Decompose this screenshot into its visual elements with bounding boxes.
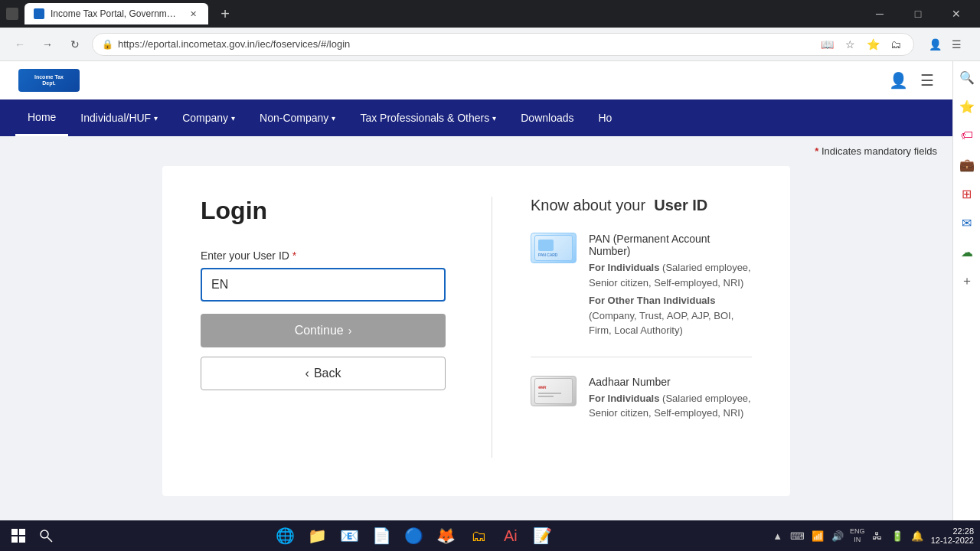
nav-non-company[interactable]: Non-Company ▾ bbox=[247, 99, 348, 136]
tab-close-button[interactable]: ✕ bbox=[187, 8, 199, 20]
back-label: Back bbox=[314, 367, 341, 380]
nav-tax-professionals[interactable]: Tax Professionals & Others ▾ bbox=[348, 99, 508, 136]
svg-rect-1 bbox=[19, 529, 25, 535]
forward-nav-button[interactable]: → bbox=[37, 34, 58, 55]
know-user-id-title: Know about your User ID bbox=[531, 197, 752, 214]
clock-time: 22:28 bbox=[931, 527, 974, 536]
pan-info-item: PAN CARD PAN (Permanent Account Number) … bbox=[531, 233, 752, 357]
briefcase-icon[interactable]: 💼 bbox=[957, 155, 977, 174]
battery-icon[interactable]: 🔋 bbox=[890, 528, 905, 543]
taskbar-file-manager[interactable]: 📁 bbox=[304, 522, 332, 549]
site-header-icons: 👤 ☰ bbox=[889, 71, 934, 90]
close-button[interactable]: ✕ bbox=[939, 0, 974, 28]
taskbar-adobe[interactable]: Ai bbox=[497, 522, 524, 549]
pan-info-text: PAN (Permanent Account Number) For Indiv… bbox=[589, 233, 752, 338]
taskbar-left bbox=[6, 523, 58, 548]
network-icon[interactable]: 🖧 bbox=[870, 528, 885, 543]
pan-card-graphic: PAN CARD bbox=[531, 233, 576, 262]
taskbar-chrome[interactable]: 🔵 bbox=[400, 522, 428, 549]
required-indicator: * bbox=[292, 249, 296, 262]
nav-company[interactable]: Company ▾ bbox=[170, 99, 247, 136]
login-form: Login Enter your User ID * Continue › ‹ bbox=[201, 197, 446, 458]
address-bar[interactable]: 🔒 https://eportal.incometax.gov.in/iec/f… bbox=[92, 33, 914, 56]
user-id-input[interactable] bbox=[201, 268, 446, 302]
continue-label: Continue bbox=[295, 324, 344, 337]
search-taskbar-button[interactable] bbox=[34, 523, 58, 548]
settings-icon[interactable]: ☰ bbox=[948, 36, 965, 53]
reader-icon[interactable]: 📖 bbox=[818, 36, 835, 53]
nav-downloads[interactable]: Downloads bbox=[508, 99, 586, 136]
taskbar-center: 🌐 📁 📧 📄 🔵 🦊 🗂 Ai 📝 bbox=[272, 522, 557, 549]
asterisk-symbol: * bbox=[815, 145, 818, 157]
chevron-right-icon: › bbox=[348, 324, 352, 337]
nav-downloads-label: Downloads bbox=[521, 112, 573, 124]
favorites-icon[interactable]: ⭐ bbox=[864, 36, 881, 53]
taskbar-edge-browser[interactable]: 🌐 bbox=[272, 522, 299, 549]
chevron-down-icon: ▾ bbox=[332, 114, 335, 122]
system-tray-icon1[interactable]: ▲ bbox=[770, 528, 786, 543]
clock-display[interactable]: 22:28 12-12-2022 bbox=[931, 527, 974, 545]
browser-sidebar: 🔍 ⭐ 🏷 💼 ⊞ ✉ ☁ ＋ bbox=[952, 61, 980, 520]
taskbar-app8[interactable]: 📝 bbox=[529, 522, 557, 549]
taskbar-email[interactable]: 📧 bbox=[336, 522, 364, 549]
refresh-button[interactable]: ↻ bbox=[64, 34, 86, 55]
logo-text: Income TaxDept. bbox=[34, 74, 64, 87]
maximize-button[interactable]: □ bbox=[900, 0, 936, 28]
minimize-button[interactable]: ─ bbox=[862, 0, 897, 28]
tab-title: Income Tax Portal, Government ... bbox=[51, 8, 181, 19]
back-button[interactable]: ‹ Back bbox=[201, 357, 446, 390]
chevron-left-icon: ‹ bbox=[305, 367, 309, 380]
notification-icon[interactable]: 🔔 bbox=[910, 528, 925, 543]
wifi-icon[interactable]: 📶 bbox=[810, 528, 825, 543]
aadhaar-card-graphic: आधार bbox=[531, 377, 576, 406]
svg-rect-3 bbox=[19, 536, 25, 543]
volume-icon[interactable]: 🔊 bbox=[830, 528, 845, 543]
know-user-id-section: Know about your User ID PAN CARD bbox=[492, 197, 752, 458]
menu-icon[interactable]: ☰ bbox=[920, 71, 934, 90]
lang-icon[interactable]: ENG IN bbox=[850, 528, 865, 543]
chevron-down-icon: ▾ bbox=[231, 114, 235, 122]
svg-rect-2 bbox=[11, 536, 18, 543]
nav-home[interactable]: Home bbox=[15, 99, 68, 136]
site-navigation: Home Individual/HUF ▾ Company ▾ Non-Comp… bbox=[0, 99, 952, 136]
svg-rect-0 bbox=[11, 529, 18, 535]
nav-home-label: Home bbox=[28, 111, 56, 123]
pan-heading: PAN (Permanent Account Number) bbox=[589, 233, 752, 257]
page-content: * Indicates mandatory fields Login Enter… bbox=[0, 136, 952, 519]
aadhaar-for-individuals-label: For Individuals bbox=[589, 393, 659, 404]
outlook-icon[interactable]: ✉ bbox=[957, 213, 977, 233]
new-tab-button[interactable]: + bbox=[214, 3, 236, 24]
user-id-label: Enter your User ID * bbox=[201, 249, 446, 262]
title-prefix-text: Know about your bbox=[531, 197, 645, 214]
bookmark-icon[interactable]: ☆ bbox=[841, 36, 858, 53]
title-bold-text: User ID bbox=[654, 197, 707, 214]
browser-tab[interactable]: Income Tax Portal, Government ... ✕ bbox=[24, 3, 208, 24]
keyboard-icon[interactable]: ⌨ bbox=[790, 528, 805, 543]
user-account-icon[interactable]: 👤 bbox=[889, 71, 908, 90]
nav-more[interactable]: Ho bbox=[586, 99, 625, 136]
login-container: Login Enter your User ID * Continue › ‹ bbox=[162, 166, 790, 496]
taskbar-folder[interactable]: 🗂 bbox=[465, 522, 492, 549]
mandatory-note: * Indicates mandatory fields bbox=[0, 136, 952, 166]
continue-button[interactable]: Continue › bbox=[201, 314, 446, 347]
collections-icon[interactable]: 🗂 bbox=[887, 36, 904, 53]
search-sidebar-icon[interactable]: 🔍 bbox=[957, 67, 977, 87]
browser-menu-icon[interactable] bbox=[6, 8, 18, 20]
start-button[interactable] bbox=[6, 523, 31, 548]
office-icon[interactable]: ⊞ bbox=[957, 184, 977, 204]
tag-icon[interactable]: 🏷 bbox=[957, 126, 977, 145]
clock-date: 12-12-2022 bbox=[931, 536, 974, 545]
taskbar-firefox[interactable]: 🦊 bbox=[433, 522, 460, 549]
back-nav-button[interactable]: ← bbox=[9, 34, 31, 55]
url-text: https://eportal.incometax.gov.in/iec/fos… bbox=[118, 38, 814, 50]
add-icon[interactable]: ＋ bbox=[957, 271, 977, 291]
favorites-sidebar-icon[interactable]: ⭐ bbox=[957, 96, 977, 116]
taskbar-pdf[interactable]: 📄 bbox=[368, 522, 396, 549]
pan-for-others-desc: (Company, Trust, AOP, AJP, BOI, Firm, Lo… bbox=[589, 310, 733, 337]
address-bar-row: ← → ↻ 🔒 https://eportal.incometax.gov.in… bbox=[0, 28, 980, 61]
title-bar: Income Tax Portal, Government ... ✕ + ─ … bbox=[0, 0, 980, 28]
nav-individual-huf[interactable]: Individual/HUF ▾ bbox=[68, 99, 170, 136]
profile-icon[interactable]: 👤 bbox=[926, 36, 943, 53]
cloud-icon[interactable]: ☁ bbox=[957, 242, 977, 262]
mandatory-text: Indicates mandatory fields bbox=[822, 145, 937, 157]
